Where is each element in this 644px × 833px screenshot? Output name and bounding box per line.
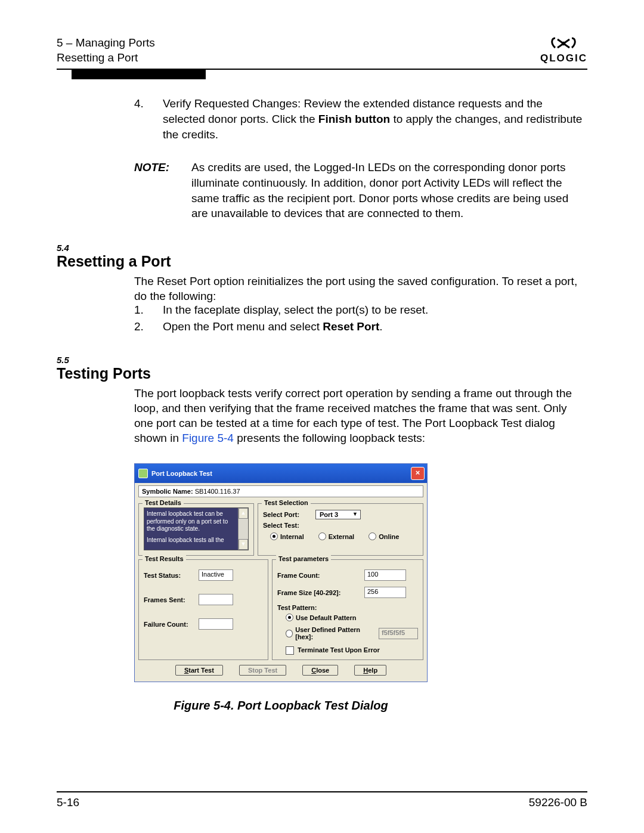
header-chapter: 5 – Managing Ports	[57, 36, 155, 51]
frames-sent-label: Frames Sent:	[144, 596, 195, 603]
frame-count-input[interactable]: 100	[364, 569, 406, 581]
qlogic-logo: QLOGIC	[540, 36, 587, 64]
radio-internal[interactable]: Internal	[270, 532, 304, 540]
section-number-5-4: 5.4	[57, 243, 587, 253]
section-para-5-4: The Reset Port option reinitializes the …	[134, 274, 587, 304]
doc-number: 59226-00 B	[529, 796, 587, 809]
note-block: NOTE: As credits are used, the Logged-In…	[134, 160, 587, 221]
user-pattern-input: f5f5f5f5	[379, 628, 418, 639]
select-port-label: Select Port:	[263, 511, 311, 518]
close-button[interactable]: Close	[302, 665, 338, 676]
radio-online[interactable]: Online	[369, 532, 399, 540]
test-pattern-label: Test Pattern:	[277, 604, 418, 611]
step-number: 4.	[134, 96, 148, 142]
terminate-checkbox[interactable]	[286, 646, 294, 655]
test-parameters-panel: Test parameters Frame Count: 100 Frame S…	[272, 559, 423, 660]
test-status-label: Test Status:	[144, 572, 195, 579]
select-test-label: Select Test:	[263, 522, 311, 529]
test-selection-panel: Test Selection Select Port: Port 3 Selec…	[258, 503, 423, 556]
logo-text: QLOGIC	[540, 52, 587, 64]
note-text: As credits are used, the Logged-In LEDs …	[191, 160, 587, 221]
figure-ref-link[interactable]: Figure 5-4	[182, 432, 234, 444]
step-text: Verify Requested Changes: Review the ext…	[163, 96, 587, 142]
stop-test-button: Stop Test	[239, 665, 286, 676]
test-results-panel: Test Results Test Status: Inactive Frame…	[138, 559, 268, 660]
radio-default-pattern[interactable]: Use Default Pattern	[286, 614, 418, 621]
footer-rule	[57, 791, 587, 792]
radio-user-pattern[interactable]: User Defined Pattern [hex]: f5f5f5f5	[286, 626, 418, 640]
figure-5-4: Port Loopback Test × Symbolic Name: SB14…	[134, 463, 428, 713]
figure-caption: Figure 5-4. Port Loopback Test Dialog	[134, 699, 428, 713]
frame-size-label: Frame Size [40-292]:	[277, 589, 361, 596]
svg-point-0	[562, 42, 565, 45]
frame-size-input[interactable]: 256	[364, 587, 406, 598]
header-section: Resetting a Port	[57, 51, 155, 66]
failure-count-label: Failure Count:	[144, 621, 195, 628]
radio-external[interactable]: External	[318, 532, 354, 540]
select-port-dropdown[interactable]: Port 3	[315, 510, 361, 519]
test-details-panel: Test Details Internal loopback test can …	[138, 503, 254, 556]
test-details-text: Internal loopback test can be performed …	[144, 507, 249, 550]
failure-count-value	[199, 618, 233, 630]
close-icon[interactable]: ×	[411, 467, 425, 480]
test-status-value: Inactive	[199, 569, 233, 581]
frames-sent-value	[199, 594, 233, 605]
note-label: NOTE:	[134, 160, 177, 221]
section-para-5-5: The port loopback tests verify correct p…	[134, 386, 587, 445]
dialog-titlebar: Port Loopback Test ×	[135, 464, 427, 483]
section-number-5-5: 5.5	[57, 355, 587, 365]
help-button[interactable]: Help	[354, 665, 386, 676]
page-number: 5-16	[57, 796, 79, 809]
scrollbar[interactable]: ▲ ▼	[238, 508, 248, 550]
port-loopback-dialog: Port Loopback Test × Symbolic Name: SB14…	[134, 463, 428, 682]
section-heading-resetting: Resetting a Port	[57, 253, 587, 270]
step-5-4-2: 2. Open the Port menu and select Reset P…	[134, 320, 587, 333]
dialog-title-text: Port Loopback Test	[151, 470, 212, 477]
frame-count-label: Frame Count:	[277, 572, 361, 579]
dialog-app-icon	[138, 469, 148, 478]
section-heading-testing: Testing Ports	[57, 365, 587, 382]
symbolic-name-row: Symbolic Name: SB1400.116.37	[138, 485, 423, 497]
scroll-down-icon[interactable]: ▼	[239, 539, 248, 550]
scroll-up-icon[interactable]: ▲	[239, 508, 248, 519]
step-5-4-1: 1. In the faceplate display, select the …	[134, 304, 587, 317]
step-4: 4. Verify Requested Changes: Review the …	[134, 96, 587, 142]
qlogic-logo-icon	[549, 36, 578, 51]
terminate-label: Terminate Test Upon Error	[298, 646, 380, 654]
section-tab-bar	[72, 69, 206, 79]
start-test-button[interactable]: Start Test	[175, 665, 223, 676]
